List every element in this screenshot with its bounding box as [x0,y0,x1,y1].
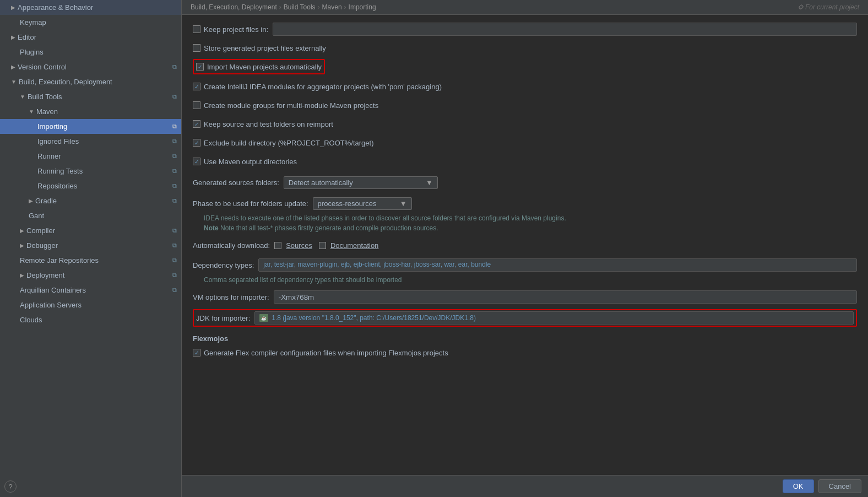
sidebar-item-label: Deployment [26,271,64,279]
sidebar-item-app-servers[interactable]: Application Servers [0,298,181,312]
jdk-icon: ☕ [259,314,268,322]
copy-icon[interactable]: ⧉ [172,63,177,71]
generate-flex-checkbox[interactable]: ✓ [193,349,200,356]
create-intellij-checkbox-wrapper[interactable]: ✓ Create IntelliJ IDEA modules for aggre… [193,83,442,91]
sidebar-item-plugins[interactable]: Plugins [0,45,181,60]
ok-button[interactable]: OK [783,479,814,493]
cancel-button[interactable]: Cancel [818,479,861,493]
create-module-groups-label: Create module groups for multi-module Ma… [204,101,378,110]
sidebar-item-appearance[interactable]: ▶ Appearance & Behavior [0,0,181,15]
phase-label: Phase to be used for folders update: [193,199,308,208]
copy-icon[interactable]: ⧉ [172,272,177,279]
question-mark-icon: ? [8,483,12,491]
generated-sources-row: Generated sources folders: Detect automa… [193,175,857,190]
dependency-types-field[interactable]: jar, test-jar, maven-plugin, ejb, ejb-cl… [258,258,857,272]
generated-sources-value: Detect automatically [289,179,353,187]
sidebar-item-label: Build, Execution, Deployment [19,78,112,86]
jdk-field[interactable]: ☕ 1.8 (java version "1.8.0_152", path: C… [254,311,854,325]
sidebar-item-label: Runner [37,152,172,160]
scope-label: ⚙ For current project [798,3,859,11]
use-maven-output-checkbox-wrapper[interactable]: ✓ Use Maven output directories [193,158,297,166]
chevron-down-icon: ▼ [20,94,25,100]
sidebar-item-label: Appearance & Behavior [18,3,93,12]
keep-source-checkbox-wrapper[interactable]: ✓ Keep source and test folders on reimpo… [193,120,333,128]
sidebar-item-label: Repositories [37,182,172,190]
flexmojos-title: Flexmojos [193,334,857,343]
sidebar-item-clouds[interactable]: Clouds [0,312,181,327]
chevron-down-icon: ▼ [29,109,34,115]
help-button[interactable]: ? [4,480,17,493]
vm-options-input[interactable] [274,290,857,304]
sidebar-item-keymap[interactable]: Keymap [0,15,181,30]
sidebar-item-importing[interactable]: Importing ⧉ [0,119,181,134]
generate-flex-checkbox-wrapper[interactable]: ✓ Generate Flex compiler configuration f… [193,349,448,357]
create-module-groups-checkbox-wrapper[interactable]: Create module groups for multi-module Ma… [193,101,378,110]
sources-checkbox-wrapper[interactable]: Sources [274,241,312,250]
copy-icon[interactable]: ⧉ [172,182,177,190]
copy-icon[interactable]: ⧉ [172,138,177,145]
exclude-build-checkbox-wrapper[interactable]: ✓ Exclude build directory (%PROJECT_ROOT… [193,139,373,147]
copy-icon[interactable]: ⧉ [172,123,177,130]
copy-icon[interactable]: ⧉ [172,227,177,234]
keep-project-files-row: Keep project files in: [193,21,857,37]
copy-icon[interactable]: ⧉ [172,93,177,100]
create-intellij-checkbox[interactable]: ✓ [193,83,200,90]
dependency-types-value: jar, test-jar, maven-plugin, ejb, ejb-cl… [263,261,491,268]
bottom-bar: OK Cancel [182,475,868,497]
store-generated-checkbox-wrapper[interactable]: Store generated project files externally [193,44,326,52]
dependency-types-hint: Comma separated list of dependency types… [204,275,857,285]
phase-dropdown[interactable]: process-resources ▼ [313,197,412,210]
import-maven-checkbox[interactable]: ✓ [196,63,204,71]
documentation-checkbox[interactable] [319,242,326,249]
generated-sources-dropdown[interactable]: Detect automatically ▼ [284,176,438,189]
sidebar-item-label: Version Control [18,63,67,71]
copy-icon[interactable]: ⧉ [172,197,177,204]
breadcrumb-part: Build, Execution, Deployment [191,3,277,11]
sidebar-item-ignored-files[interactable]: Ignored Files ⧉ [0,134,181,149]
sidebar-item-editor[interactable]: ▶ Editor [0,30,181,45]
sidebar-item-debugger[interactable]: ▶ Debugger ⧉ [0,238,181,253]
keep-project-files-checkbox-wrapper[interactable]: Keep project files in: [193,25,268,34]
sidebar-item-running-tests[interactable]: Running Tests ⧉ [0,164,181,179]
copy-icon[interactable]: ⧉ [172,168,177,175]
create-intellij-label: Create IntelliJ IDEA modules for aggrega… [204,83,442,91]
sidebar-item-version-control[interactable]: ▶ Version Control ⧉ [0,60,181,74]
sidebar-item-arquillian[interactable]: Arquillian Containers ⧉ [0,283,181,298]
copy-icon[interactable]: ⧉ [172,257,177,264]
sidebar-item-gradle[interactable]: ▶ Gradle ⧉ [0,193,181,208]
keep-project-files-checkbox[interactable] [193,25,200,33]
sidebar-item-gant[interactable]: Gant [0,208,181,223]
dependency-types-label: Dependency types: [193,261,254,269]
import-maven-checkbox-wrapper[interactable]: ✓ Import Maven projects automatically [196,63,322,71]
keep-project-files-input[interactable] [273,23,857,36]
content-area: Build, Execution, Deployment › Build Too… [182,0,868,497]
use-maven-output-checkbox[interactable]: ✓ [193,158,200,165]
jdk-row: JDK for importer: ☕ 1.8 (java version "1… [193,309,857,327]
keep-source-checkbox[interactable]: ✓ [193,120,200,128]
sidebar-item-compiler[interactable]: ▶ Compiler ⧉ [0,223,181,238]
sidebar-item-maven[interactable]: ▼ Maven [0,104,181,119]
sidebar-item-build-tools[interactable]: ▼ Build Tools ⧉ [0,89,181,104]
sidebar-item-label: Running Tests [37,167,172,175]
copy-icon[interactable]: ⧉ [172,242,177,249]
sidebar-item-label: Editor [18,33,36,41]
sidebar-item-label: Build Tools [28,93,62,101]
sidebar-item-repositories[interactable]: Repositories ⧉ [0,179,181,193]
store-generated-checkbox[interactable] [193,44,200,52]
chevron-down-icon: ▼ [11,79,17,85]
sources-checkbox[interactable] [274,242,281,249]
import-maven-label: Import Maven projects automatically [207,63,322,71]
sidebar-item-remote-jar-repos[interactable]: Remote Jar Repositories ⧉ [0,253,181,268]
create-module-groups-checkbox[interactable] [193,101,200,109]
sidebar-item-build-exec-deploy[interactable]: ▼ Build, Execution, Deployment [0,74,181,89]
hint-text: IDEA needs to execute one of the listed … [204,213,857,233]
exclude-build-label: Exclude build directory (%PROJECT_ROOT%/… [204,139,373,147]
copy-icon[interactable]: ⧉ [172,153,177,160]
sidebar-item-deployment[interactable]: ▶ Deployment ⧉ [0,268,181,283]
copy-icon[interactable]: ⧉ [172,287,177,294]
settings-panel: Keep project files in: Store generated p… [182,15,868,475]
exclude-build-checkbox[interactable]: ✓ [193,139,200,147]
sidebar-item-runner[interactable]: Runner ⧉ [0,149,181,164]
jdk-label: JDK for importer: [196,314,250,322]
documentation-checkbox-wrapper[interactable]: Documentation [319,241,378,250]
